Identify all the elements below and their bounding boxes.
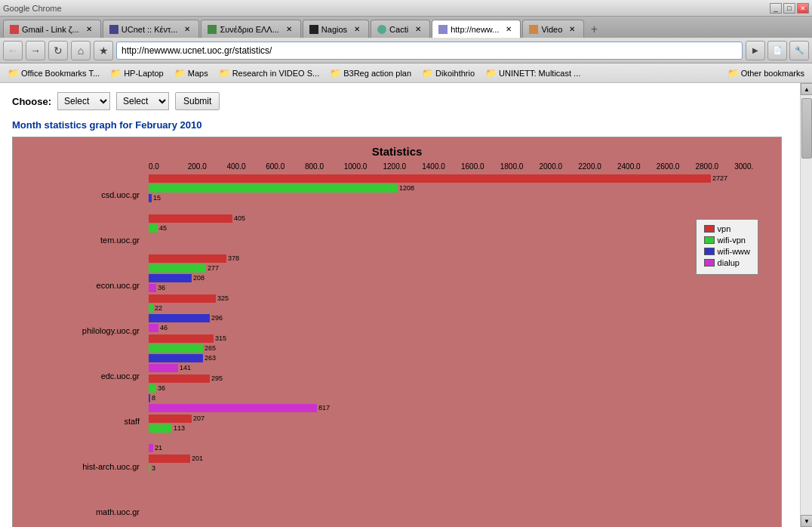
bookmark-research[interactable]: 📁 Research in VIDEO S... <box>214 66 324 80</box>
bar-value-6-1: 113 <box>174 424 185 432</box>
tab-ucnet-close[interactable]: ✕ <box>182 24 192 35</box>
bookmarks-bar: 📁 Office Bookmarks T... 📁 HP-Laptop 📁 Ma… <box>0 63 812 83</box>
home-button[interactable]: ⌂ <box>71 41 91 60</box>
y-label-3: philology.uoc.gr <box>82 326 144 336</box>
video-favicon <box>529 25 538 34</box>
extensions-button[interactable]: ▶ <box>746 41 765 60</box>
bar-row-0-0: 2727 <box>149 174 774 183</box>
bookmark-office[interactable]: 📁 Office Bookmarks T... <box>3 66 104 80</box>
bookmark-office-label: Office Bookmarks T... <box>21 69 100 78</box>
bookmark-star-button[interactable]: ★ <box>94 41 113 60</box>
select-dropdown-2[interactable]: Select <box>116 92 169 110</box>
bar-row-7-2 <box>149 473 774 482</box>
bar-value-7-0: 201 <box>192 455 203 462</box>
x-label-4: 800.0 <box>305 162 344 171</box>
x-label-1: 200.0 <box>188 162 227 171</box>
x-label-8: 1600.0 <box>461 162 500 171</box>
minimize-button[interactable]: _ <box>770 3 782 14</box>
x-label-15: 3000. <box>734 162 774 171</box>
month-title: Month statistics graph for February 2010 <box>12 119 788 131</box>
bookmark-other[interactable]: 📁 Other bookmarks <box>723 66 809 80</box>
tab-synedrio-close[interactable]: ✕ <box>284 24 294 35</box>
tab-ucnet[interactable]: UCnet :: Κέντ... ✕ <box>103 20 200 38</box>
bookmark-uninett[interactable]: 📁 UNINETT: Multicast ... <box>481 66 585 80</box>
x-label-11: 2200.0 <box>578 162 617 171</box>
tab-nagios[interactable]: Nagios ✕ <box>303 20 369 38</box>
bar-row-2-0: 378 <box>149 254 774 263</box>
bar-value-5-2: 8 <box>152 394 155 402</box>
submit-button[interactable]: Submit <box>175 92 220 110</box>
legend-item-wifiwww: wifi-www <box>704 247 750 256</box>
bar-row-4-0: 315 <box>149 334 774 343</box>
scrollbar-thumb[interactable] <box>801 98 812 159</box>
scrollbar-down-button[interactable]: ▼ <box>801 515 812 527</box>
bar-4-1 <box>149 344 203 353</box>
bookmark-dikoihthrio-icon: 📁 <box>422 68 433 79</box>
y-axis: csd.uoc.grtem.uoc.grecon.uoc.grphilology… <box>20 174 149 527</box>
bookmark-other-icon: 📁 <box>727 68 739 79</box>
legend-label-dialup: dialup <box>718 258 740 267</box>
x-label-6: 1200.0 <box>383 162 423 171</box>
bar-3-1 <box>149 304 153 313</box>
bar-row-6-2 <box>149 433 774 442</box>
bar-row-3-0: 325 <box>149 294 774 303</box>
bookmark-research-label: Research in VIDEO S... <box>232 69 320 78</box>
bar-value-4-2: 263 <box>205 354 216 362</box>
bookmark-b3reg[interactable]: 📁 B3Reg action plan <box>325 66 416 80</box>
nav-bar: ← → ↻ ⌂ ★ ▶ 📄 🔧 <box>0 38 812 63</box>
bar-value-7-1: 3 <box>152 464 155 472</box>
bar-0-2 <box>149 194 152 202</box>
select-dropdown-1[interactable]: Select <box>57 92 110 110</box>
tab-gmail[interactable]: Gmail - Link ζ... ✕ <box>3 20 101 38</box>
tab-video-close[interactable]: ✕ <box>567 24 577 35</box>
nagios-favicon <box>309 25 318 34</box>
scrollbar-up-button[interactable]: ▲ <box>801 83 812 95</box>
tab-synedrio[interactable]: Συνέδριο ΕΛΛ... ✕ <box>201 20 300 38</box>
bar-group-2: 37827720836 <box>149 254 774 292</box>
bookmark-hp[interactable]: 📁 HP-Laptop <box>106 66 168 80</box>
tab-gmail-close[interactable]: ✕ <box>84 24 94 35</box>
title-bar-right: _ □ ✕ <box>770 3 809 14</box>
url-bar[interactable] <box>116 42 743 60</box>
bookmark-maps[interactable]: 📁 Maps <box>170 66 213 80</box>
tools-button[interactable]: 🔧 <box>789 41 809 60</box>
bar-row-4-2: 263 <box>149 353 774 362</box>
bookmark-b3reg-icon: 📁 <box>330 68 341 79</box>
tab-gmail-label: Gmail - Link ζ... <box>22 25 79 34</box>
forward-button[interactable]: → <box>26 41 45 60</box>
title-bar-left: Google Chrome <box>3 4 62 13</box>
bar-row-5-3: 817 <box>149 403 774 412</box>
tab-video[interactable]: Video ✕ <box>522 20 584 38</box>
tab-cacti[interactable]: Cacti ✕ <box>371 20 430 38</box>
bar-5-2 <box>149 394 150 402</box>
close-button[interactable]: ✕ <box>797 3 809 14</box>
reload-button[interactable]: ↻ <box>48 41 68 60</box>
bar-value-3-2: 296 <box>211 314 223 322</box>
bar-value-3-3: 46 <box>160 324 168 331</box>
back-button[interactable]: ← <box>3 41 23 60</box>
new-tab-button[interactable]: + <box>586 21 602 38</box>
tab-cacti-close[interactable]: ✕ <box>413 24 423 35</box>
tab-http[interactable]: http://neww... ✕ <box>432 20 521 38</box>
tab-http-close[interactable]: ✕ <box>503 24 514 35</box>
bar-7-0 <box>149 455 190 463</box>
ucnet-favicon <box>109 25 118 34</box>
choose-row: Choose: Select Select Submit <box>12 92 788 110</box>
bar-6-0 <box>149 415 192 423</box>
page-menu-button[interactable]: 📄 <box>767 41 787 60</box>
bar-3-2 <box>149 314 210 322</box>
bar-group-4: 315265263141 <box>149 334 774 372</box>
y-label-2: econ.uoc.gr <box>97 281 144 291</box>
browser-chrome: Google Chrome _ □ ✕ Gmail - Link ζ... ✕ … <box>0 0 812 527</box>
bar-row-6-0: 207 <box>149 414 774 423</box>
bar-value-3-1: 22 <box>155 304 162 312</box>
maximize-button[interactable]: □ <box>783 3 795 14</box>
bookmark-dikoihthrio[interactable]: 📁 Dikoihthrio <box>417 66 479 80</box>
bar-value-3-0: 325 <box>217 294 229 302</box>
tab-nagios-close[interactable]: ✕ <box>352 24 362 35</box>
bookmark-dikoihthrio-label: Dikoihthrio <box>435 69 475 78</box>
title-text: Google Chrome <box>3 4 62 13</box>
bar-3-0 <box>149 294 216 303</box>
bookmark-maps-label: Maps <box>188 69 208 78</box>
bar-value-1-0: 405 <box>234 214 245 222</box>
